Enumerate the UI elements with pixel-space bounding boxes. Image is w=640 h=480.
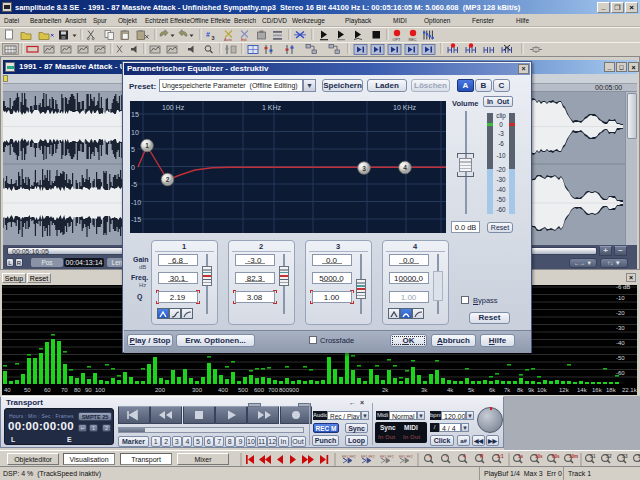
svg-text:100 Hz: 100 Hz — [162, 104, 185, 111]
svg-text:3: 3 — [212, 35, 215, 41]
svg-text:S2: S2 — [606, 454, 612, 459]
svg-text:FF1 FF2: FF1 FF2 — [342, 455, 356, 459]
svg-text:10 KHz: 10 KHz — [393, 104, 416, 111]
svg-text:#: # — [206, 31, 210, 38]
svg-text:R: R — [480, 454, 484, 459]
svg-text:Auto: Auto — [224, 38, 232, 42]
svg-text:1s: 1s — [518, 454, 524, 459]
svg-text:4: 4 — [403, 164, 407, 171]
svg-text:3: 3 — [362, 165, 366, 172]
svg-text:1: 1 — [145, 142, 149, 149]
svg-text:FF1 FF2: FF1 FF2 — [361, 455, 375, 459]
svg-text:-15: -15 — [131, 216, 141, 223]
svg-text:60s: 60s — [552, 454, 560, 459]
svg-text:2: 2 — [166, 176, 170, 183]
svg-text:1 KHz: 1 KHz — [262, 104, 282, 111]
svg-text:5: 5 — [131, 146, 135, 153]
svg-text:10s: 10s — [535, 454, 543, 459]
svg-text:10: 10 — [131, 129, 139, 136]
svg-text:0: 0 — [131, 164, 135, 171]
svg-text:S3: S3 — [622, 454, 628, 459]
svg-text:15: 15 — [131, 111, 139, 118]
svg-text:4: 4 — [463, 454, 466, 459]
svg-text:10m: 10m — [569, 454, 578, 459]
svg-text:Edi: Edi — [241, 38, 247, 42]
svg-text:-5: -5 — [131, 181, 137, 188]
svg-text:FF1 FF2: FF1 FF2 — [380, 455, 394, 459]
svg-text:+: + — [429, 454, 432, 459]
svg-text:-10: -10 — [131, 199, 141, 206]
svg-text:S1: S1 — [590, 454, 596, 459]
svg-text:FF1 FF2: FF1 FF2 — [399, 455, 413, 459]
svg-text:1:1: 1:1 — [497, 454, 504, 459]
